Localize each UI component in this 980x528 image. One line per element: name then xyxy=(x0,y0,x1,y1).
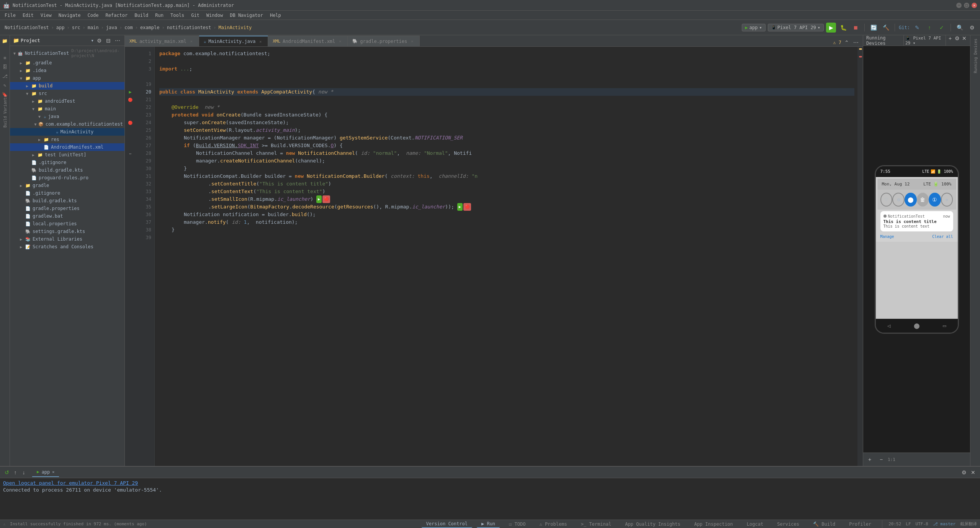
tree-item-androidmanifest[interactable]: 📄 AndroidManifest.xml xyxy=(10,143,124,151)
tree-item-mainactivity[interactable]: ☕ MainActivity xyxy=(10,128,124,136)
tab-androidmanifest-close[interactable]: ✕ xyxy=(337,39,343,44)
minimize-btn[interactable]: − xyxy=(956,3,962,8)
tree-item-extlibs[interactable]: ▶ 📚 External Libraries xyxy=(10,235,124,243)
tree-item-androidtest[interactable]: ▶ 📁 androidTest xyxy=(10,97,124,105)
project-more-btn[interactable]: ⋯ xyxy=(114,37,121,44)
menu-run[interactable]: Run xyxy=(152,12,167,19)
tree-item-settingsgradle[interactable]: 🐘 settings.gradle.kts xyxy=(10,228,124,235)
breadcrumb-java[interactable]: java xyxy=(105,24,119,31)
status-version-control[interactable]: Version Control xyxy=(422,520,472,528)
menu-window[interactable]: Window xyxy=(203,12,226,19)
git-push-btn[interactable]: ↑ xyxy=(924,23,934,33)
menu-help[interactable]: Help xyxy=(267,12,284,19)
phone-icon-data[interactable]: ⬤ xyxy=(905,193,916,207)
breadcrumb-notificationtest[interactable]: NotificationTest xyxy=(3,24,51,31)
menu-build[interactable]: Build xyxy=(131,12,151,19)
tab-mainactivity[interactable]: ☕ MainActivity.java ✕ xyxy=(199,36,268,46)
tab-gradleprops-close[interactable]: ✕ xyxy=(409,39,415,44)
run-tab-app-close[interactable]: ✕ xyxy=(52,470,54,474)
editor-expand-btn[interactable]: ⌃ xyxy=(843,39,851,46)
device-settings-btn[interactable]: ⚙ xyxy=(954,35,960,42)
phone-icon-bt[interactable]: ⊖ xyxy=(892,193,905,207)
tree-item-buildgradle-root[interactable]: 🐘 build.gradle.kts xyxy=(10,197,124,205)
menu-edit[interactable]: Edit xyxy=(20,12,37,19)
run-scroll-up-btn[interactable]: ↑ xyxy=(11,469,19,476)
tab-androidmanifest[interactable]: XML AndroidManifest.xml ✕ xyxy=(268,36,348,46)
build-button[interactable]: 🔨 xyxy=(881,23,891,33)
status-problems[interactable]: ⚠ Problems xyxy=(535,521,571,528)
sidebar-structure-icon[interactable]: ≡ xyxy=(1,54,9,62)
tree-item-src[interactable]: ▼ 📁 src xyxy=(10,90,124,97)
search-everywhere-btn[interactable]: 🔍 xyxy=(955,23,965,33)
device-dropdown[interactable]: 📱 Pixel 7 API 29 ▾ xyxy=(903,35,946,46)
phone-icon-airplane[interactable]: ① xyxy=(929,193,941,207)
run-button[interactable]: ▶ xyxy=(826,23,836,33)
menu-navigate[interactable]: Navigate xyxy=(56,12,84,19)
settings-btn[interactable]: ⚙ xyxy=(967,23,977,33)
phone-icon-silent[interactable]: 🗑 xyxy=(917,193,929,207)
menu-code[interactable]: Code xyxy=(85,12,102,19)
close-btn[interactable]: ✕ xyxy=(972,3,977,8)
git-pull-btn[interactable]: ✓ xyxy=(937,23,947,33)
project-settings-btn[interactable]: ⚙ xyxy=(95,37,103,44)
tree-item-gradlewbat[interactable]: 📄 gradlew.bat xyxy=(10,212,124,220)
breadcrumb-mainactivity[interactable]: MainActivity xyxy=(217,24,254,31)
sidebar-commit-icon[interactable]: ✎ xyxy=(1,81,9,90)
tree-item-res[interactable]: ▶ 📁 res xyxy=(10,136,124,143)
breadcrumb-main[interactable]: main xyxy=(86,24,100,31)
project-collapse-btn[interactable]: ⊟ xyxy=(105,37,112,44)
tree-item-proguard[interactable]: 📄 proguard-rules.pro xyxy=(10,174,124,182)
sidebar-buildvariants-icon[interactable]: Build Variants xyxy=(1,107,9,116)
run-close-btn[interactable]: ✕ xyxy=(969,469,977,476)
device-zoom-out-btn[interactable]: − xyxy=(876,454,886,464)
running-devices-icon[interactable]: Running Devices xyxy=(971,37,980,75)
status-terminal[interactable]: >_ Terminal xyxy=(576,521,616,528)
tree-item-gradle-root[interactable]: ▶ 📁 gradle xyxy=(10,182,124,189)
tree-item-app[interactable]: ▼ 📁 app xyxy=(10,74,124,82)
tree-item-localprops[interactable]: 📄 local.properties xyxy=(10,220,124,228)
menu-dbnavigator[interactable]: DB Navigator xyxy=(227,12,266,19)
tree-item-main[interactable]: ▼ 📁 main xyxy=(10,105,124,113)
sidebar-git-icon[interactable]: ⎇ xyxy=(1,72,9,80)
menu-git[interactable]: Git xyxy=(188,12,203,19)
tree-item-notificationtest[interactable]: ▼ 🤖 NotificationTest D:\project\android-… xyxy=(10,48,124,59)
notif-clearall-btn[interactable]: Clear all xyxy=(932,234,953,239)
sidebar-db-icon[interactable]: 🗄 xyxy=(1,63,9,71)
code-content[interactable]: package com.example.notificationtest; im… xyxy=(155,47,857,466)
run-tab-app[interactable]: ▶ app ✕ xyxy=(32,468,59,477)
tree-item-test[interactable]: ▶ 📁 test [unitTest] xyxy=(10,151,124,159)
tree-item-buildgradle-app[interactable]: 🐘 build.gradle.kts xyxy=(10,166,124,174)
status-appquality[interactable]: App Quality Insights xyxy=(620,521,685,528)
gutter-20-run[interactable]: ▶ xyxy=(126,88,135,96)
device-close-btn[interactable]: ✕ xyxy=(962,35,967,42)
status-git-branch[interactable]: ⎇ master xyxy=(933,521,955,526)
tab-gradleprops[interactable]: 🐘 gradle.properties ✕ xyxy=(348,36,420,46)
nav-home-btn[interactable]: ⬤ xyxy=(914,323,920,329)
tree-item-gitignore-root[interactable]: 📄 .gitignore xyxy=(10,189,124,197)
tree-item-scratches[interactable]: ▶ 📝 Scratches and Consoles xyxy=(10,243,124,251)
breadcrumb-com[interactable]: com xyxy=(123,24,134,31)
tree-item-gitignore-app[interactable]: 📄 .gitignore xyxy=(10,159,124,166)
debug-button[interactable]: 🐛 xyxy=(838,23,848,33)
breadcrumb-app[interactable]: app xyxy=(55,24,66,31)
menu-refactor[interactable]: Refactor xyxy=(102,12,131,19)
run-logcat-link-text[interactable]: Open logcat panel for emulator Pixel 7 A… xyxy=(3,480,138,486)
nav-recents-btn[interactable]: ▭ xyxy=(943,323,946,329)
status-todo[interactable]: ☑ TODO xyxy=(504,521,530,528)
phone-icon-flashlight[interactable]: ✈ xyxy=(941,193,953,207)
tree-item-java[interactable]: ▼ ☕ java xyxy=(10,113,124,120)
status-run[interactable]: ▶ Run xyxy=(477,520,500,528)
status-services[interactable]: Services xyxy=(772,521,804,528)
tab-mainactivity-close[interactable]: ✕ xyxy=(258,39,263,44)
run-scroll-down-btn[interactable]: ↓ xyxy=(20,469,28,476)
nav-back-btn[interactable]: ◁ xyxy=(887,323,890,329)
run-restart-btn[interactable]: ↺ xyxy=(3,469,11,476)
phone-icon-wifi[interactable]: ♡ xyxy=(880,193,893,207)
tree-item-package[interactable]: ▼ 📦 com.example.notificationtest xyxy=(10,120,124,128)
menu-file[interactable]: File xyxy=(2,12,19,19)
editor-scrollbar[interactable] xyxy=(857,47,863,466)
menu-view[interactable]: View xyxy=(38,12,55,19)
status-logcat[interactable]: Logcat xyxy=(742,521,768,528)
device-add-btn[interactable]: + xyxy=(947,35,953,42)
editor-more-btn[interactable]: ⋯ xyxy=(852,39,860,46)
